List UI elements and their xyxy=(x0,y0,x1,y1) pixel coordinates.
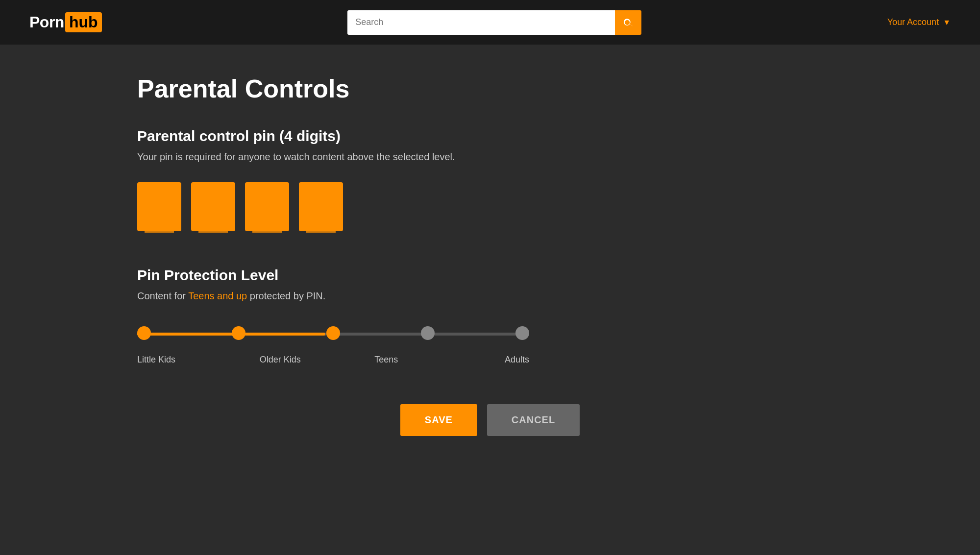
pin-input-container xyxy=(137,182,843,233)
chevron-down-icon: ▼ xyxy=(943,18,951,27)
slider-track-area xyxy=(137,326,529,340)
protection-description: Content for Teens and up protected by PI… xyxy=(137,290,843,302)
account-label: Your Account xyxy=(887,17,939,27)
pin-digit-4[interactable] xyxy=(299,182,343,231)
slider-label-adults: Adults xyxy=(456,355,529,365)
main-content: Parental Controls Parental control pin (… xyxy=(0,45,980,465)
logo: Pornhub xyxy=(29,12,102,32)
slider-container: Little Kids Older Kids Teens Adults xyxy=(137,326,529,365)
search-button[interactable] xyxy=(615,10,641,35)
pin-digit-4-wrapper xyxy=(299,182,343,233)
pin-section-description: Your pin is required for anyone to watch… xyxy=(137,151,843,163)
description-suffix: protected by PIN. xyxy=(247,290,325,301)
cancel-button[interactable]: CANCEL xyxy=(487,404,580,436)
page-title: Parental Controls xyxy=(137,74,843,103)
pin-section: Parental control pin (4 digits) Your pin… xyxy=(137,128,843,233)
button-area: SAVE CANCEL xyxy=(137,404,843,436)
slider-label-teens: Teens xyxy=(349,355,423,365)
header: Pornhub Your Account ▼ xyxy=(0,0,980,45)
description-prefix: Content for xyxy=(137,290,188,301)
pin-underline-2 xyxy=(198,231,228,233)
pin-digit-3-wrapper xyxy=(245,182,289,233)
protection-section: Pin Protection Level Content for Teens a… xyxy=(137,267,843,365)
slider-labels: Little Kids Older Kids Teens Adults xyxy=(137,355,529,365)
account-menu[interactable]: Your Account ▼ xyxy=(887,17,951,27)
slider-label-older-kids: Older Kids xyxy=(244,355,317,365)
slider-label-little-kids: Little Kids xyxy=(137,355,211,365)
search-area xyxy=(347,10,641,35)
pin-underline-1 xyxy=(145,231,174,233)
search-icon xyxy=(623,17,634,28)
pin-digit-1[interactable] xyxy=(137,182,181,231)
pin-underline-4 xyxy=(306,231,336,233)
logo-hub: hub xyxy=(65,12,102,32)
pin-digit-2-wrapper xyxy=(191,182,235,233)
protection-highlight: Teens and up xyxy=(188,290,247,301)
pin-digit-1-wrapper xyxy=(137,182,181,233)
logo-porn: Porn xyxy=(29,13,64,31)
pin-digit-3[interactable] xyxy=(245,182,289,231)
protection-section-title: Pin Protection Level xyxy=(137,267,843,284)
save-button[interactable]: SAVE xyxy=(400,404,477,436)
pin-digit-2[interactable] xyxy=(191,182,235,231)
search-input[interactable] xyxy=(347,10,615,35)
pin-underline-3 xyxy=(252,231,282,233)
pin-section-title: Parental control pin (4 digits) xyxy=(137,128,843,145)
